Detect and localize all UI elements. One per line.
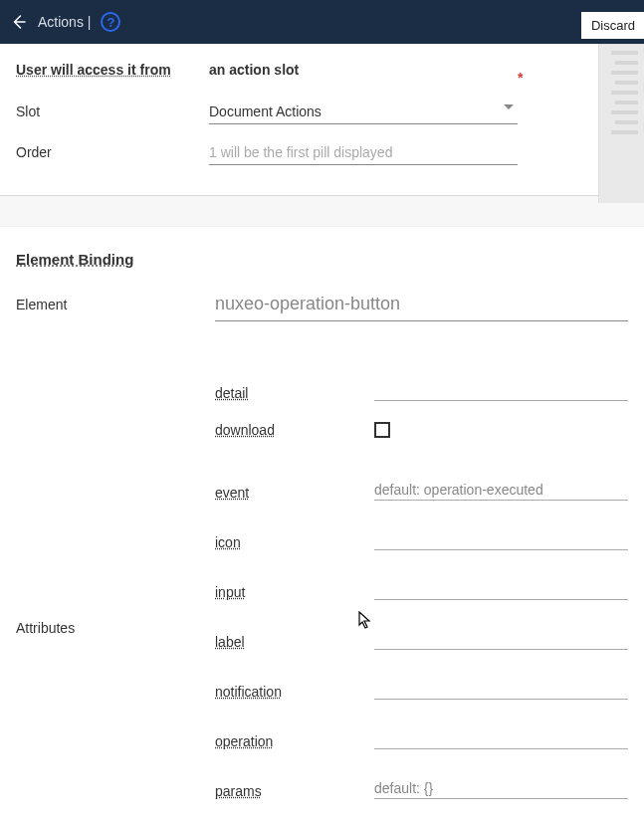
access-section: User will access it from an action slot …	[0, 44, 644, 195]
attribute-row-operation: operation	[215, 700, 628, 749]
header-title: Actions |	[38, 14, 91, 30]
attribute-name-detail: detail	[215, 385, 374, 401]
attribute-name-download: download	[215, 422, 374, 438]
attribute-row-download: download	[215, 401, 628, 451]
attribute-name-input: input	[215, 584, 374, 600]
access-section-subtitle: an action slot	[209, 62, 299, 78]
order-input[interactable]	[209, 140, 518, 165]
attribute-name-operation: operation	[215, 733, 374, 749]
order-label: Order	[16, 144, 209, 160]
slot-select[interactable]: Document Actions	[209, 100, 518, 124]
section-divider	[0, 195, 644, 227]
element-binding-section: Element Binding Element Attributes detai…	[0, 227, 644, 799]
slot-select-value[interactable]: Document Actions	[209, 100, 518, 124]
attribute-input-detail[interactable]	[374, 380, 628, 401]
access-section-title: User will access it from	[16, 62, 209, 78]
attribute-row-event: event	[215, 451, 628, 501]
attribute-input-label[interactable]	[374, 629, 628, 650]
attribute-name-label: label	[215, 634, 374, 650]
help-icon[interactable]: ?	[101, 12, 120, 32]
element-label: Element	[16, 297, 215, 312]
attribute-row-params: params	[215, 749, 628, 799]
attribute-input-operation[interactable]	[374, 728, 628, 749]
attribute-name-params: params	[215, 783, 374, 799]
attribute-name-notification: notification	[215, 684, 374, 700]
attribute-input-input[interactable]	[374, 579, 628, 600]
attribute-checkbox-download[interactable]	[374, 422, 390, 438]
preview-pane	[598, 44, 644, 203]
attribute-row-input: input	[215, 550, 628, 600]
element-input[interactable]	[215, 292, 628, 321]
required-asterisk: *	[518, 70, 523, 86]
back-arrow-icon[interactable]	[10, 13, 28, 31]
attribute-input-notification[interactable]	[374, 679, 628, 700]
attribute-name-event: event	[215, 485, 374, 501]
attribute-input-icon[interactable]	[374, 529, 628, 550]
attribute-row-icon: icon	[215, 501, 628, 550]
discard-button[interactable]: Discard	[581, 12, 644, 39]
slot-label: Slot	[16, 103, 209, 119]
attribute-row-detail: detail	[215, 351, 628, 401]
attribute-input-event[interactable]	[374, 480, 628, 501]
attributes-label: Attributes	[16, 351, 215, 636]
attribute-row-label: label	[215, 600, 628, 650]
attribute-name-icon: icon	[215, 534, 374, 550]
element-binding-title: Element Binding	[16, 251, 628, 268]
attribute-row-notification: notification	[215, 650, 628, 700]
app-header: Actions | ? Discard	[0, 0, 644, 44]
attribute-input-params[interactable]	[374, 778, 628, 799]
